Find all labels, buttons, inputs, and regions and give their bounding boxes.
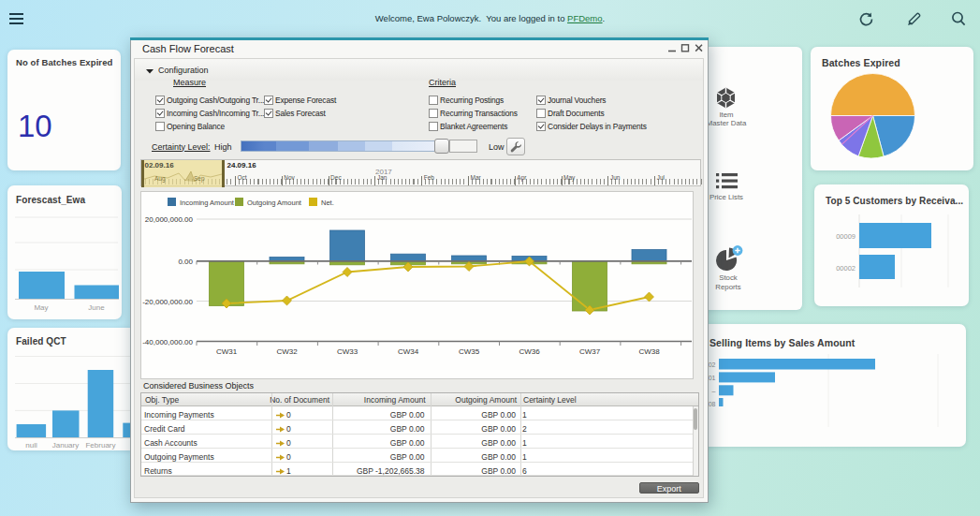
svg-text:–: –	[712, 388, 716, 394]
svg-text:CW36: CW36	[519, 347, 540, 356]
svg-text:Net.: Net.	[321, 199, 334, 207]
svg-text:Outgoing Amount: Outgoing Amount	[247, 199, 302, 207]
svg-text:CW37: CW37	[579, 347, 601, 356]
svg-text:00009: 00009	[836, 232, 856, 241]
svg-text:CW33: CW33	[337, 347, 358, 356]
svg-text:June: June	[88, 303, 105, 312]
svg-text:CW31: CW31	[216, 347, 238, 356]
svg-text:February: February	[85, 441, 115, 450]
svg-text:January: January	[52, 441, 79, 450]
svg-text:-20,000,000.00: -20,000,000.00	[142, 298, 193, 306]
svg-text:CW35: CW35	[459, 347, 480, 356]
svg-text:CW32: CW32	[276, 347, 298, 356]
svg-text:00002: 00002	[836, 264, 856, 273]
svg-text:May: May	[34, 303, 48, 312]
svg-text:08: 08	[709, 401, 716, 407]
svg-text:0.00: 0.00	[178, 258, 193, 266]
svg-text:CW34: CW34	[398, 347, 419, 356]
svg-text:null: null	[25, 441, 37, 450]
svg-text:CW38: CW38	[638, 347, 660, 356]
svg-text:02: 02	[709, 361, 716, 368]
svg-text:20,000,000.00: 20,000,000.00	[145, 215, 194, 224]
svg-text:01: 01	[709, 375, 716, 381]
svg-text:Incoming Amount: Incoming Amount	[180, 199, 235, 207]
svg-text:-40,000,000.00: -40,000,000.00	[142, 338, 193, 346]
